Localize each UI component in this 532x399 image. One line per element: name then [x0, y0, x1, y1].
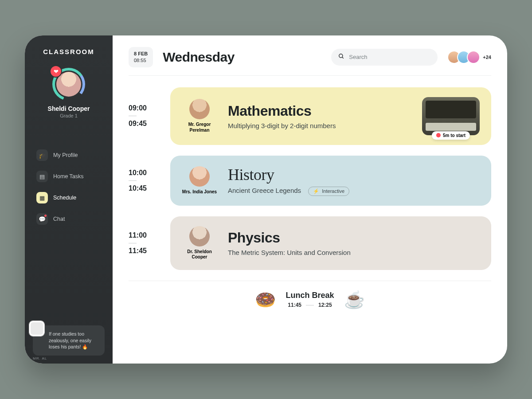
time-dash [129, 243, 137, 243]
break-title: Lunch Break [286, 291, 334, 300]
nav-chat[interactable]: 💬 Chat [33, 209, 105, 229]
lesson-info: Mathematics Multiplying 3-digit by 2-dig… [228, 103, 411, 129]
quote-card[interactable]: If one studies too zealously, one easily… [33, 325, 105, 356]
brand-logo: CLASSROOM [33, 48, 105, 55]
chat-icon: 💬 [36, 213, 48, 225]
nav-label: Home Tasks [53, 173, 84, 180]
heart-notification-icon[interactable]: ❤ [50, 65, 62, 78]
lunch-break: 🍩 Lunch Break 11:45 12:25 ☕ [129, 281, 491, 312]
main-content: 8 FEB 08:55 Wednesday Search +24 09:00 [113, 35, 507, 364]
topbar: 8 FEB 08:55 Wednesday Search +24 [129, 47, 491, 76]
time-dash [129, 180, 137, 181]
date-label: 8 FEB [134, 51, 148, 57]
search-input[interactable]: Search [331, 49, 438, 66]
break-start: 11:45 [288, 302, 301, 308]
sidebar-nav: 🎓 My Profile ▤ Home Tasks ▦ Schedule 💬 C… [33, 145, 105, 229]
lesson-card-mathematics[interactable]: Mr. Gregor Perelman Mathematics Multiply… [170, 87, 491, 145]
time-range: 09:00 09:45 [129, 87, 160, 145]
tag-label: Interactive [322, 188, 344, 194]
time-range: 10:00 10:45 [129, 156, 160, 206]
lesson-row: 10:00 10:45 Mrs. India Jones History Anc… [129, 156, 491, 206]
lesson-desc: Multiplying 3-digit by 2-digit numbers [228, 122, 411, 129]
search-placeholder: Search [349, 54, 367, 60]
quote-text: If one studies too zealously, one easily… [49, 331, 99, 350]
einstein-avatar [29, 321, 44, 336]
user-grade: Grade 1 [60, 113, 78, 118]
teacher-name: Mrs. India Jones [182, 189, 217, 195]
classmates-avatars[interactable]: +24 [447, 51, 491, 64]
nav-label: Chat [53, 216, 65, 222]
nav-my-profile[interactable]: 🎓 My Profile [33, 145, 105, 165]
lesson-info: Physics The Metric System: Units and Con… [228, 230, 480, 256]
book-icon: ▤ [36, 171, 48, 182]
lesson-desc: Ancient Greece Legends ⚡ Interactive [228, 187, 480, 196]
nav-label: Schedule [53, 195, 76, 201]
break-end: 12:25 [318, 302, 332, 308]
lesson-desc-text: Ancient Greece Legends [228, 187, 301, 194]
nav-home-tasks[interactable]: ▤ Home Tasks [33, 166, 105, 187]
time-dash [306, 305, 314, 305]
end-time: 11:45 [129, 247, 160, 255]
svg-point-0 [339, 54, 343, 58]
avatar-ring: ❤ [52, 68, 85, 101]
interactive-tag: ⚡ Interactive [308, 187, 349, 196]
calendar-icon: ▦ [36, 192, 48, 203]
lesson-title: Mathematics [228, 103, 411, 119]
nav-label: My Profile [53, 152, 78, 158]
search-icon [338, 53, 344, 61]
time-dash [129, 116, 137, 116]
coffee-icon: ☕ [344, 290, 365, 309]
teacher-avatar [189, 226, 210, 246]
user-name: Sheldi Cooper [48, 105, 90, 112]
lesson-card-physics[interactable]: Dr. Sheldon Cooper Physics The Metric Sy… [170, 216, 491, 270]
teacher-block: Dr. Sheldon Cooper [182, 226, 217, 260]
day-title: Wednesday [163, 50, 235, 65]
end-time: 10:45 [129, 184, 160, 192]
date-box[interactable]: 8 FEB 08:55 [129, 47, 153, 67]
start-time: 10:00 [129, 169, 160, 177]
teacher-avatar [189, 166, 210, 187]
time-range: 11:00 11:45 [129, 216, 160, 270]
teacher-avatar [189, 99, 210, 119]
start-time: 11:00 [129, 231, 160, 239]
avatar [467, 51, 480, 64]
lightning-icon: ⚡ [313, 188, 319, 194]
lesson-desc: The Metric System: Units and Conversion [228, 249, 480, 256]
quote-author: MR. AL [33, 356, 47, 361]
donut-icon: 🍩 [255, 290, 276, 309]
lesson-row: 11:00 11:45 Dr. Sheldon Cooper Physics T… [129, 216, 491, 270]
svg-line-1 [342, 57, 344, 59]
graduate-icon: 🎓 [36, 149, 48, 161]
badge-text: 5m to start [443, 133, 466, 138]
teacher-name: Dr. Sheldon Cooper [182, 249, 217, 260]
clock-icon [436, 133, 441, 137]
sidebar: CLASSROOM ❤ Sheldi Cooper Grade 1 🎓 My P… [25, 35, 113, 364]
app-window: CLASSROOM ❤ Sheldi Cooper Grade 1 🎓 My P… [25, 35, 507, 364]
teacher-block: Mrs. India Jones [182, 166, 217, 195]
lesson-title: Physics [228, 230, 480, 246]
nav-schedule[interactable]: ▦ Schedule [33, 188, 105, 208]
user-profile-block[interactable]: ❤ Sheldi Cooper Grade 1 [33, 68, 105, 118]
lesson-title: History [228, 165, 480, 184]
start-time: 09:00 [129, 104, 160, 112]
end-time: 09:45 [129, 120, 160, 128]
schedule-list: 09:00 09:45 Mr. Gregor Perelman Mathemat… [129, 76, 491, 312]
lesson-info: History Ancient Greece Legends ⚡ Interac… [228, 165, 480, 196]
start-countdown-badge: 5m to start [432, 131, 470, 140]
time-label: 08:55 [134, 57, 148, 64]
teacher-name: Mr. Gregor Perelman [182, 122, 217, 133]
lesson-row: 09:00 09:45 Mr. Gregor Perelman Mathemat… [129, 87, 491, 145]
classroom-thumbnail[interactable]: 5m to start [422, 97, 480, 135]
teacher-block: Mr. Gregor Perelman [182, 99, 217, 133]
lesson-card-history[interactable]: Mrs. India Jones History Ancient Greece … [170, 156, 491, 206]
avatars-more-count: +24 [483, 55, 491, 60]
